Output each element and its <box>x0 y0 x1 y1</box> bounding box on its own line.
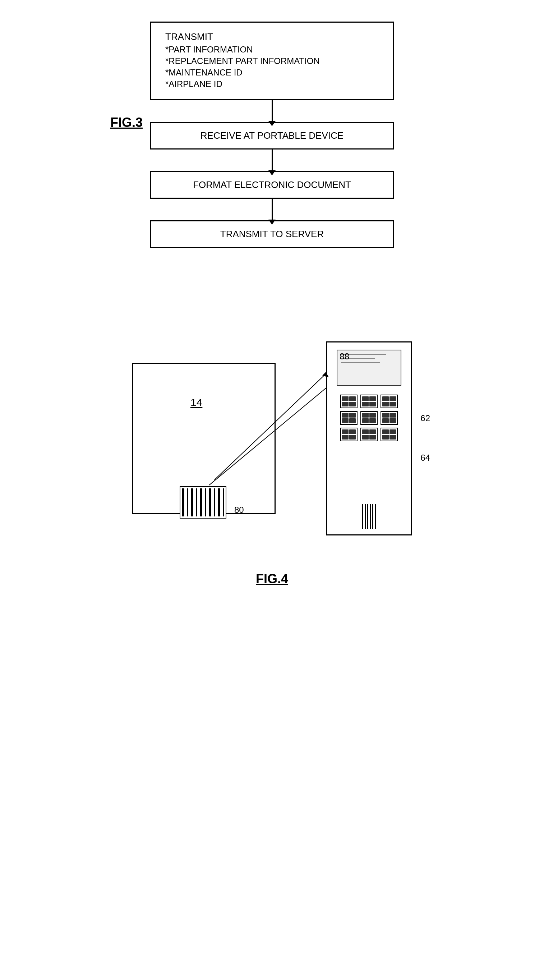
transmit-title: TRANSMIT <box>165 31 379 42</box>
key-9 <box>380 428 398 441</box>
fig4-section: 14 <box>110 341 434 587</box>
key-5 <box>360 411 378 425</box>
transmit-server-label: TRANSMIT TO SERVER <box>220 229 324 239</box>
item-62-label: 62 <box>420 413 430 423</box>
arrow-1 <box>272 100 273 122</box>
bar8 <box>198 488 199 516</box>
device-vert-lines <box>362 504 376 529</box>
transmit-box: TRANSMIT *PART INFORMATION *REPLACEMENT … <box>150 22 394 100</box>
item-88-label: 88 <box>340 352 349 361</box>
format-label: FORMAT ELECTRONIC DOCUMENT <box>193 179 351 190</box>
bar12 <box>207 488 208 516</box>
bar17 <box>218 488 221 516</box>
bar6 <box>194 488 196 516</box>
transmit-line-1: *PART INFORMATION <box>165 45 379 55</box>
transmit-line-2: *REPLACEMENT PART INFORMATION <box>165 56 379 66</box>
item-14-label: 14 <box>191 396 202 409</box>
transmit-line-4: *AIRPLANE ID <box>165 79 379 89</box>
arrow-2 <box>272 150 273 171</box>
page-container: TRANSMIT *PART INFORMATION *REPLACEMENT … <box>110 22 434 587</box>
key-4 <box>340 411 358 425</box>
device-keypad-64 <box>340 395 398 441</box>
key-6 <box>380 411 398 425</box>
bar2 <box>185 488 186 516</box>
bar4 <box>189 488 190 516</box>
item-64-label: 64 <box>420 453 430 463</box>
bar10 <box>203 488 204 516</box>
fig4-label: FIG.4 <box>256 571 288 587</box>
receive-label: RECEIVE AT PORTABLE DEVICE <box>200 130 344 141</box>
bar1 <box>182 488 185 516</box>
key-3 <box>380 395 398 408</box>
barcode <box>180 486 226 519</box>
bar14 <box>212 488 213 516</box>
bar19 <box>223 488 224 516</box>
key-8 <box>360 428 378 441</box>
fig3-label: FIG.3 <box>110 115 143 130</box>
bar16 <box>216 488 217 516</box>
bar7 <box>196 488 197 516</box>
screen-lines <box>341 354 397 381</box>
bar3 <box>187 488 188 516</box>
bar5 <box>191 488 193 516</box>
bar15 <box>214 488 215 516</box>
item-80-label: 80 <box>234 505 244 515</box>
bar11 <box>205 488 206 516</box>
transmit-line-3: *MAINTENANCE ID <box>165 68 379 78</box>
device-bottom <box>337 502 401 531</box>
large-rectangle-14: 14 <box>132 363 275 514</box>
arrow-3 <box>272 199 273 220</box>
fig4-diagram: 14 <box>132 341 412 557</box>
bar9 <box>200 488 202 516</box>
bar18 <box>221 488 223 516</box>
screen-line-3 <box>341 362 380 363</box>
key-2 <box>360 395 378 408</box>
fig3-section: TRANSMIT *PART INFORMATION *REPLACEMENT … <box>110 22 434 248</box>
key-7 <box>340 428 358 441</box>
bar13 <box>209 488 211 516</box>
key-1 <box>340 395 358 408</box>
portable-device-62 <box>326 341 412 535</box>
flowchart: TRANSMIT *PART INFORMATION *REPLACEMENT … <box>110 22 434 248</box>
